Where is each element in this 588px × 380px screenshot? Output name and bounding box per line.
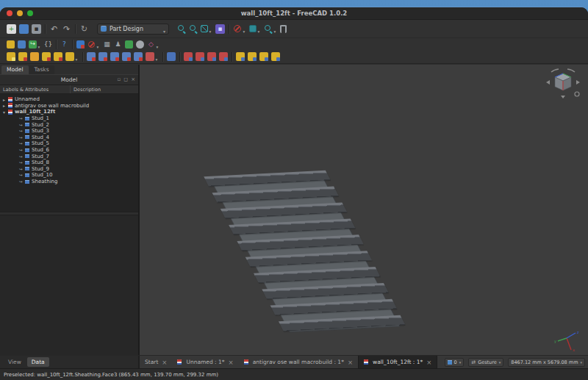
tree-item[interactable]: ▾ ↪ wall_10ft_12ft: [0, 109, 138, 115]
pad-button[interactable]: [29, 52, 40, 61]
create-varset-button[interactable]: {}: [43, 40, 54, 49]
create-body-button[interactable]: [5, 52, 17, 61]
tree-item[interactable]: ↪ Sheathing: [0, 179, 138, 185]
make-link-button[interactable]: ↪: [27, 37, 43, 51]
dock-tab[interactable]: Tasks: [29, 65, 54, 74]
boolean-operation-button[interactable]: [165, 52, 177, 61]
polar-pattern-button[interactable]: [258, 52, 270, 61]
measure-button[interactable]: [279, 25, 288, 33]
additive-primitive-button[interactable]: [64, 50, 80, 64]
column-labels-attributes[interactable]: Labels & Attributes: [0, 85, 71, 93]
expand-arrow-icon[interactable]: ▸: [3, 103, 8, 108]
dock-overlay-button[interactable]: ▪: [214, 24, 226, 34]
subtractive-loft-button[interactable]: [121, 52, 132, 61]
property-tab[interactable]: View: [4, 357, 26, 367]
expand-arrow-icon[interactable]: ▸: [3, 97, 8, 102]
hole-button[interactable]: [97, 52, 109, 61]
mirrored-button[interactable]: [234, 52, 246, 61]
mdi-tab[interactable]: Start: [140, 356, 172, 368]
linear-pattern-button[interactable]: [246, 52, 258, 61]
stop-operation-button[interactable]: [86, 37, 101, 51]
save-document-button[interactable]: ▪: [30, 24, 43, 34]
groove-icon: [110, 52, 119, 61]
subtractive-primitive-button[interactable]: [144, 50, 160, 64]
tree-item[interactable]: ↪ Stud_8: [0, 159, 138, 166]
close-tab-icon[interactable]: [162, 359, 167, 366]
zoom-selection-button[interactable]: [187, 24, 199, 33]
addon-manager-button[interactable]: ♟: [112, 40, 123, 49]
tree-item[interactable]: ↪ Stud_9: [0, 166, 138, 173]
axonometric-view-button[interactable]: [248, 22, 262, 36]
toolbar-button: [226, 24, 232, 34]
open-document-button[interactable]: [18, 24, 30, 34]
mdi-tab[interactable]: wall_10ft_12ft : 1*: [358, 356, 437, 368]
close-tab-icon[interactable]: [348, 359, 353, 366]
chevron-down-icon: [154, 50, 159, 64]
tree-item[interactable]: ↪ Stud_5: [0, 140, 138, 147]
thickness-button[interactable]: [218, 52, 229, 61]
zoom-tools-button[interactable]: [262, 22, 279, 36]
tree-item[interactable]: ↪ Stud_10: [0, 172, 138, 179]
float-panel-icon[interactable]: ▫: [118, 77, 121, 82]
toolbar-button: [80, 52, 85, 62]
column-description[interactable]: Description: [71, 87, 101, 93]
status-message: Preselected: wall_10ft_12ft.Sheathing.Fa…: [4, 372, 218, 378]
close-panel-icon[interactable]: ×: [131, 77, 135, 82]
mdi-tab[interactable]: Unnamed : 1*: [172, 356, 238, 368]
dependency-graph-button[interactable]: ▦: [101, 40, 112, 49]
tree-item[interactable]: ↪ Stud_2: [0, 121, 138, 128]
additive-loft-button[interactable]: [52, 52, 64, 61]
texture-mapping-button[interactable]: [123, 40, 135, 49]
dock-tab[interactable]: Model: [1, 65, 29, 74]
tree-item[interactable]: ↪ Stud_3: [0, 128, 138, 135]
zoom-fit-all-button[interactable]: [176, 24, 187, 33]
close-tab-icon[interactable]: [426, 359, 431, 366]
expand-arrow-icon[interactable]: ▾: [3, 110, 8, 115]
feature-overlay-icon: ↪: [19, 173, 25, 177]
whats-this-button[interactable]: ?: [59, 40, 70, 49]
view-dimensions-select[interactable]: 8467.12 mm x 5679.08 mm: [508, 358, 585, 367]
close-tab-icon[interactable]: [229, 359, 234, 366]
freecad-start-button[interactable]: [75, 40, 86, 49]
tree-item[interactable]: ↪ Stud_7: [0, 153, 138, 159]
new-document-button[interactable]: +: [5, 24, 18, 34]
hole-icon: [98, 52, 107, 61]
redo-button[interactable]: ↷: [60, 24, 73, 34]
multitransform-button[interactable]: [270, 52, 282, 61]
layer-select[interactable]: 0: [445, 358, 465, 367]
refresh-button[interactable]: ↻: [78, 24, 90, 34]
zoom-window-button[interactable]: [27, 10, 33, 16]
3d-viewport[interactable]: x y z: [140, 65, 588, 355]
create-sketch-button[interactable]: [17, 52, 29, 61]
navigation-sphere-button[interactable]: [135, 40, 146, 49]
navigation-style-select[interactable]: Gesture: [468, 358, 503, 367]
property-tab[interactable]: Data: [27, 357, 49, 367]
feature-overlay-icon: ↪: [19, 129, 25, 133]
subtractive-pipe-button[interactable]: [132, 52, 144, 61]
minimize-window-button[interactable]: [17, 10, 23, 16]
dock-panel-icon[interactable]: ◻: [123, 77, 128, 82]
workbench-selector[interactable]: Part Design: [97, 24, 169, 35]
tree-item[interactable]: ▸ ↪ antigrav ose wall macrobuild: [0, 103, 138, 110]
tree-item[interactable]: ▸ ↪ Unnamed: [0, 96, 138, 103]
create-part-button[interactable]: [5, 40, 16, 49]
draft-button[interactable]: [206, 52, 218, 61]
groove-button[interactable]: [109, 52, 121, 61]
pocket-button[interactable]: [85, 52, 97, 61]
title-bar[interactable]: wall_10ft_12ft - FreeCAD 1.0.2: [0, 7, 588, 20]
model-panel-header[interactable]: Model ▫◻×: [0, 74, 138, 85]
revolve-button[interactable]: [40, 52, 52, 61]
chamfer-button[interactable]: [194, 52, 206, 61]
mdi-tab[interactable]: antigrav ose wall macrobuild : 1*: [239, 356, 358, 368]
close-window-button[interactable]: [7, 10, 12, 16]
tree-item[interactable]: ↪ Stud_4: [0, 135, 138, 141]
undo-button[interactable]: ↶: [48, 24, 60, 34]
draw-style-button[interactable]: [199, 22, 214, 36]
selection-bounding-box-button[interactable]: [232, 22, 248, 36]
wall-model[interactable]: [208, 171, 404, 337]
tree-item[interactable]: ↪ Stud_1: [0, 115, 138, 122]
tree-item[interactable]: ↪ Stud_6: [0, 147, 138, 154]
create-group-button[interactable]: [16, 40, 27, 49]
navigation-cube[interactable]: [541, 66, 584, 103]
fillet-button[interactable]: [182, 52, 194, 61]
